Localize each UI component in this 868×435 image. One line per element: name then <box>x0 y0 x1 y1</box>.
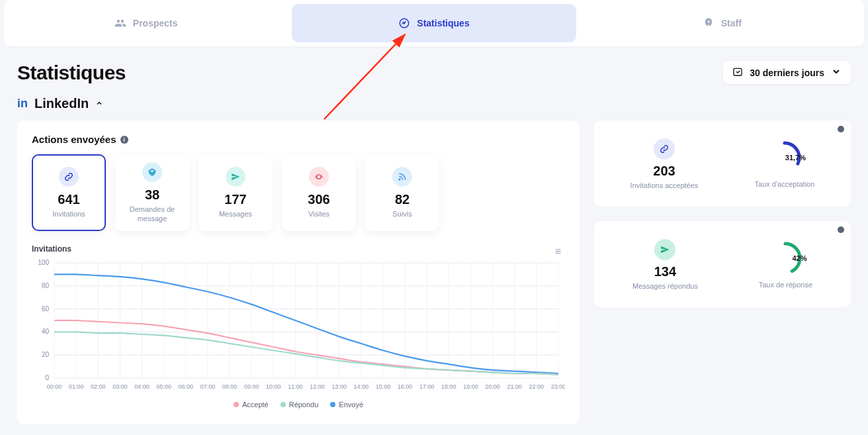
info-icon[interactable] <box>838 226 844 233</box>
legend-responded: Répondu <box>281 401 319 409</box>
card-messages[interactable]: 177 Messages <box>198 154 273 231</box>
svg-text:10:00: 10:00 <box>266 383 281 390</box>
stat-value: 134 <box>654 264 676 279</box>
svg-text:60: 60 <box>42 305 50 313</box>
send-icon <box>654 239 675 260</box>
svg-text:16:00: 16:00 <box>398 383 413 390</box>
svg-text:00:00: 00:00 <box>47 383 62 390</box>
svg-text:100: 100 <box>38 259 49 266</box>
card-value: 641 <box>58 192 79 207</box>
svg-text:14:00: 14:00 <box>354 383 369 390</box>
svg-text:20: 20 <box>42 351 50 358</box>
svg-text:13:00: 13:00 <box>331 383 347 390</box>
svg-point-3 <box>399 179 400 180</box>
svg-text:80: 80 <box>42 282 50 289</box>
svg-text:08:00: 08:00 <box>222 383 238 390</box>
legend-sent: Envoyé <box>330 401 363 409</box>
acceptance-gauge: 31,7% <box>766 139 803 176</box>
svg-text:15:00: 15:00 <box>376 383 391 390</box>
link-icon <box>59 167 79 187</box>
send-icon <box>226 167 245 187</box>
line-chart: 02040608010000:0001:0002:0003:0004:0005:… <box>32 259 565 391</box>
gauge-label: Taux d'acceptation <box>755 180 815 188</box>
svg-text:03:00: 03:00 <box>112 383 128 390</box>
rss-icon <box>392 167 412 187</box>
card-label: Invitations <box>52 210 85 218</box>
stat-acceptance: 203 Invitations acceptées 31,7% Taux d'a… <box>594 121 851 207</box>
stat-label: Messages répondus <box>632 282 698 290</box>
card-value: 306 <box>308 192 329 207</box>
svg-text:20:00: 20:00 <box>485 383 500 390</box>
response-gauge: 42% <box>767 240 804 277</box>
svg-text:19:00: 19:00 <box>463 383 478 390</box>
section-title: LinkedIn <box>34 96 89 111</box>
svg-rect-2 <box>734 68 742 75</box>
svg-text:05:00: 05:00 <box>156 383 171 390</box>
legend-accepted: Accepté <box>234 401 269 409</box>
tab-staff[interactable]: Staff <box>580 0 864 46</box>
chart-legend: Accepté Répondu Envoyé <box>32 394 565 409</box>
chevron-down-icon <box>831 66 842 79</box>
card-demandes[interactable]: 38 Demandes de message <box>115 154 189 231</box>
card-label: Visites <box>308 210 329 218</box>
chart-menu-icon[interactable]: ≡ <box>555 246 561 258</box>
date-range-select[interactable]: 30 derniers jours <box>723 61 851 84</box>
gauge-label: Taux de réponse <box>759 281 812 289</box>
stat-label: Invitations acceptées <box>630 181 699 189</box>
card-label: Messages <box>219 210 252 218</box>
svg-text:07:00: 07:00 <box>200 383 216 390</box>
gauge-value: 31,7% <box>785 154 806 162</box>
chart-area: ≡ 02040608010000:0001:0002:0003:0004:000… <box>32 259 565 411</box>
link-icon <box>654 138 675 160</box>
svg-text:0: 0 <box>45 374 49 381</box>
calendar-forward-icon <box>732 66 743 79</box>
stat-value: 203 <box>653 164 675 179</box>
top-tabs: Prospects Statistiques Staff <box>4 0 864 46</box>
chevron-up-icon <box>95 98 103 110</box>
section-header[interactable]: in LinkedIn <box>17 96 851 111</box>
gauge-value: 42% <box>792 254 806 262</box>
svg-text:06:00: 06:00 <box>179 383 194 390</box>
svg-text:04:00: 04:00 <box>134 383 150 390</box>
card-value: 38 <box>145 187 159 203</box>
analytics-icon <box>398 17 410 29</box>
card-visites[interactable]: 306 Visites <box>282 154 356 231</box>
svg-text:40: 40 <box>42 328 50 335</box>
linkedin-icon: in <box>17 97 28 111</box>
panel-title: Actions envoyées <box>32 134 116 145</box>
card-label: Suivis <box>392 210 412 218</box>
tab-label: Prospects <box>133 18 178 28</box>
inbox-icon <box>142 162 162 182</box>
svg-text:09:00: 09:00 <box>244 383 259 390</box>
svg-text:23:00: 23:00 <box>551 383 565 390</box>
svg-text:12:00: 12:00 <box>310 383 325 390</box>
actions-panel: Actions envoyées i 641 Invitations 38 De <box>17 121 580 424</box>
svg-text:11:00: 11:00 <box>288 383 303 390</box>
rocket-icon <box>703 17 715 29</box>
chart-title: Invitations <box>32 244 565 254</box>
info-icon[interactable] <box>838 126 844 132</box>
tab-label: Staff <box>721 18 742 28</box>
tab-label: Statistiques <box>417 18 469 28</box>
svg-text:22:00: 22:00 <box>529 383 544 390</box>
card-suivis[interactable]: 82 Suivis <box>365 154 439 231</box>
info-icon[interactable]: i <box>120 136 128 144</box>
tab-prospects[interactable]: Prospects <box>4 0 288 46</box>
page-title: Statistiques <box>17 62 126 84</box>
svg-text:21:00: 21:00 <box>507 383 522 390</box>
svg-text:17:00: 17:00 <box>419 383 435 390</box>
svg-text:18:00: 18:00 <box>441 383 456 390</box>
card-invitations[interactable]: 641 Invitations <box>32 154 106 231</box>
people-icon <box>114 17 126 29</box>
card-label: Demandes de message <box>115 205 189 222</box>
card-value: 177 <box>224 192 246 207</box>
tab-statistiques[interactable]: Statistiques <box>292 4 576 42</box>
svg-text:01:00: 01:00 <box>69 383 84 390</box>
svg-text:02:00: 02:00 <box>91 383 106 390</box>
stat-response: 134 Messages répondus 42% Taux de répons… <box>594 221 851 307</box>
date-range-label: 30 derniers jours <box>750 68 824 78</box>
eye-icon <box>309 167 329 187</box>
card-value: 82 <box>395 192 410 207</box>
